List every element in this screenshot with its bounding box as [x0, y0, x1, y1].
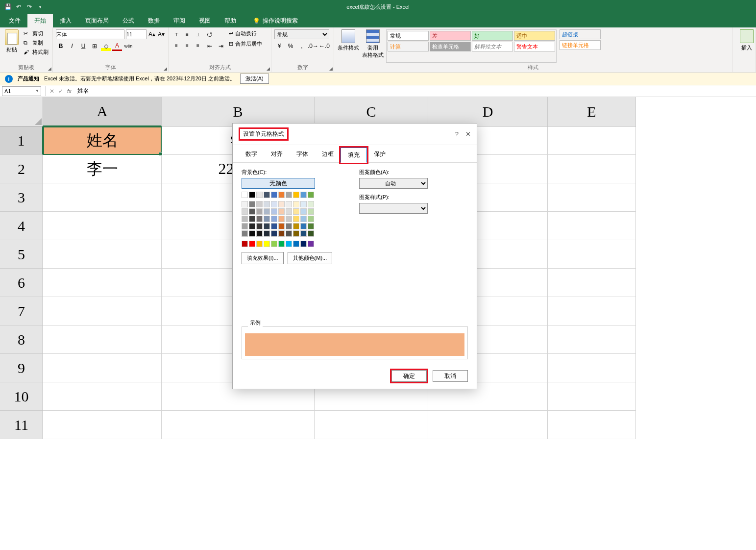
name-box-dropdown-icon[interactable]: ▼ [35, 89, 41, 93]
row-header[interactable]: 6 [0, 269, 43, 297]
clipboard-launcher-icon[interactable]: ◢ [48, 66, 51, 71]
color-swatch[interactable] [271, 201, 277, 207]
number-launcher-icon[interactable]: ◢ [329, 66, 333, 71]
cell-E6[interactable] [548, 269, 636, 297]
color-swatch[interactable] [249, 223, 255, 229]
row-header[interactable]: 3 [0, 183, 43, 212]
paste-button[interactable]: 粘贴 [3, 29, 21, 63]
percent-format-icon[interactable]: % [286, 41, 295, 51]
cell-A3[interactable] [43, 183, 162, 212]
color-swatch[interactable] [308, 230, 314, 237]
row-header[interactable]: 9 [0, 354, 43, 382]
col-header-e[interactable]: E [548, 97, 636, 126]
format-as-table-button[interactable]: 套用 表格格式 [362, 29, 384, 63]
col-header-b[interactable]: B [162, 97, 315, 126]
decrease-font-icon[interactable]: A▾ [157, 29, 165, 39]
tab-view[interactable]: 视图 [192, 14, 218, 27]
color-swatch[interactable] [249, 192, 255, 198]
color-swatch[interactable] [278, 216, 285, 222]
color-swatch[interactable] [278, 192, 285, 198]
col-header-a[interactable]: A [43, 97, 162, 126]
cell-A9[interactable] [43, 354, 162, 382]
color-swatch[interactable] [242, 223, 248, 229]
color-swatch[interactable] [286, 216, 292, 222]
cell-A4[interactable] [43, 212, 162, 240]
font-size-select[interactable] [126, 29, 146, 39]
cut-button[interactable]: ✂剪切 [23, 29, 49, 38]
color-swatch[interactable] [264, 216, 270, 222]
align-center-icon[interactable]: ≡ [182, 40, 192, 50]
formula-input[interactable]: 姓名 [75, 87, 756, 95]
color-swatch[interactable] [286, 208, 292, 215]
color-swatch[interactable] [242, 208, 248, 215]
align-bottom-icon[interactable]: ⊥ [193, 29, 203, 39]
fx-icon[interactable]: fx [67, 88, 72, 94]
cell-B11[interactable] [162, 411, 315, 439]
color-swatch[interactable] [293, 192, 299, 198]
color-swatch[interactable] [278, 230, 285, 237]
tab-file[interactable]: 文件 [2, 14, 27, 27]
color-swatch[interactable] [300, 241, 307, 247]
color-swatch[interactable] [242, 241, 248, 247]
cell-A7[interactable] [43, 297, 162, 325]
color-swatch[interactable] [300, 223, 307, 229]
cell-A5[interactable] [43, 240, 162, 269]
increase-font-icon[interactable]: A▴ [148, 29, 156, 39]
style-normal[interactable]: 常规 [388, 31, 429, 41]
cell-E2[interactable] [548, 155, 636, 183]
style-good[interactable]: 好 [472, 31, 513, 41]
color-swatch[interactable] [249, 216, 255, 222]
style-explanatory[interactable]: 解释性文本 [472, 42, 513, 51]
format-painter-button[interactable]: 🖌格式刷 [23, 48, 49, 56]
color-swatch[interactable] [264, 208, 270, 215]
row-header[interactable]: 11 [0, 411, 43, 439]
color-swatch[interactable] [286, 201, 292, 207]
wrap-text-button[interactable]: ↩自动换行 [228, 29, 263, 38]
color-swatch[interactable] [249, 241, 255, 247]
font-launcher-icon[interactable]: ◢ [164, 66, 167, 71]
color-swatch[interactable] [256, 192, 263, 198]
row-header[interactable]: 4 [0, 212, 43, 240]
color-swatch[interactable] [271, 208, 277, 215]
no-color-button[interactable]: 无颜色 [242, 178, 315, 189]
dlg-tab-border[interactable]: 边框 [315, 147, 341, 162]
increase-indent-icon[interactable]: ⇥ [216, 41, 226, 51]
cell-E1[interactable] [548, 126, 636, 155]
color-swatch[interactable] [271, 223, 277, 229]
color-swatch[interactable] [293, 201, 299, 207]
style-warning[interactable]: 警告文本 [514, 42, 555, 51]
border-button[interactable]: ⊞ [90, 41, 99, 51]
qat-customize-icon[interactable]: ▾ [36, 3, 44, 11]
dlg-tab-protection[interactable]: 保护 [367, 147, 392, 162]
color-swatch[interactable] [271, 216, 277, 222]
color-swatch[interactable] [278, 208, 285, 215]
color-swatch[interactable] [300, 201, 307, 207]
cell-E10[interactable] [548, 382, 636, 411]
dialog-titlebar[interactable]: 设置单元格格式 ? ✕ [233, 124, 477, 145]
tab-help[interactable]: 帮助 [218, 14, 243, 27]
color-swatch[interactable] [278, 223, 285, 229]
pattern-color-select[interactable]: 自动 [359, 178, 428, 189]
color-swatch[interactable] [242, 192, 248, 198]
dlg-tab-font[interactable]: 字体 [290, 147, 315, 162]
italic-button[interactable]: I [67, 41, 77, 51]
color-swatch[interactable] [308, 223, 314, 229]
cancel-button[interactable]: 取消 [433, 370, 468, 382]
color-swatch[interactable] [264, 230, 270, 237]
conditional-formatting-button[interactable]: 条件格式 [337, 29, 360, 63]
color-swatch[interactable] [256, 230, 263, 237]
row-header[interactable]: 5 [0, 240, 43, 269]
row-header[interactable]: 1 [0, 126, 43, 155]
tab-home[interactable]: 开始 [27, 14, 53, 27]
color-swatch[interactable] [286, 230, 292, 237]
color-swatch[interactable] [256, 223, 263, 229]
name-box[interactable]: A1 ▼ [2, 86, 41, 96]
style-bad[interactable]: 差 [430, 31, 471, 41]
activate-button[interactable]: 激活(A) [240, 74, 269, 84]
cell-A11[interactable] [43, 411, 162, 439]
comma-format-icon[interactable]: , [297, 41, 307, 51]
row-header[interactable]: 2 [0, 155, 43, 183]
cell-A10[interactable] [43, 382, 162, 411]
dialog-help-icon[interactable]: ? [455, 130, 459, 138]
color-swatch[interactable] [264, 241, 270, 247]
